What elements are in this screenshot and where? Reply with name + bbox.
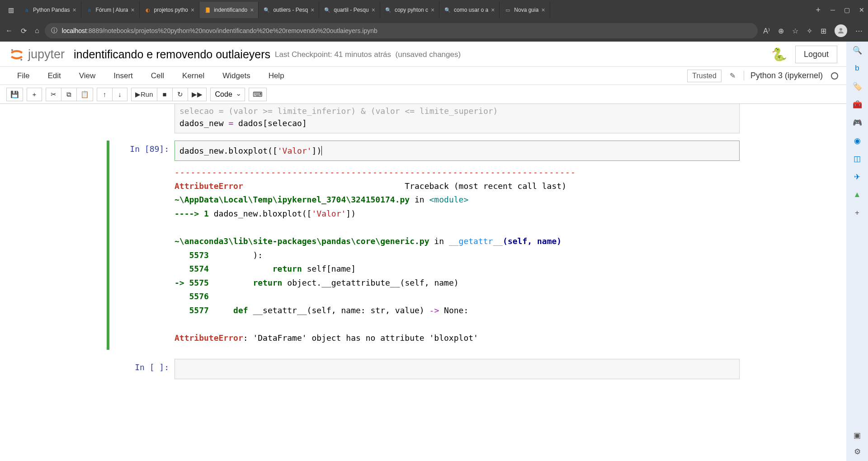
tab-close-icon[interactable]: ×: [372, 6, 375, 14]
office-icon[interactable]: ◫: [852, 154, 862, 164]
tab-close-icon[interactable]: ×: [191, 6, 194, 14]
notebook-name[interactable]: indentificando e removendo outlaieyers: [74, 48, 270, 61]
trusted-indicator[interactable]: Trusted: [687, 70, 722, 82]
more-menu-icon[interactable]: ⋯: [855, 27, 863, 35]
tab-close-icon[interactable]: ×: [131, 6, 134, 14]
tab-favicon-icon: 📙: [204, 6, 211, 14]
code-input[interactable]: dados_new.bloxplot(['Valor']): [175, 141, 740, 161]
add-cell-button[interactable]: +: [27, 88, 42, 101]
shopping-icon[interactable]: 🏷️: [852, 81, 862, 91]
menu-help[interactable]: Help: [259, 69, 293, 83]
browser-tab[interactable]: 🔍como usar o a×: [439, 2, 500, 18]
tab-close-icon[interactable]: ×: [431, 6, 434, 14]
save-button[interactable]: 💾: [6, 88, 23, 101]
edge-icon[interactable]: ◉: [852, 136, 862, 146]
restart-button[interactable]: ↻: [172, 88, 188, 101]
url-host: localhost: [62, 27, 87, 34]
address-bar[interactable]: ⓘ localhost:8889/notebooks/projetos%20py…: [45, 23, 758, 38]
browser-tab[interactable]: 🔍outliers - Pesq×: [259, 2, 319, 18]
tab-title: Python Pandas: [33, 7, 70, 13]
window-minimize[interactable]: ─: [830, 6, 835, 14]
favorite-icon[interactable]: ☆: [792, 27, 798, 35]
settings-icon[interactable]: ⚙: [852, 447, 862, 456]
menu-cell[interactable]: Cell: [142, 69, 173, 83]
drop-icon[interactable]: ▲: [852, 190, 862, 200]
browser-tab[interactable]: ▭Nova guia×: [500, 2, 550, 18]
outlook-icon[interactable]: ✈: [852, 172, 862, 182]
window-maximize[interactable]: ▢: [844, 6, 850, 14]
browser-tab[interactable]: 🔍copy pyhton c×: [380, 2, 439, 18]
jupyter-menubar: FileEditViewInsertCellKernelWidgetsHelp …: [0, 67, 846, 85]
browser-tab-strip: ▥ aPython Pandas×aFórum | Alura×◐projeto…: [0, 0, 868, 20]
jupyter-header: jupyter indentificando e removendo outla…: [0, 42, 846, 67]
add-sidebar-icon[interactable]: +: [852, 208, 862, 218]
tools-icon[interactable]: 🧰: [852, 99, 862, 109]
cell-prompt: In [89]:: [109, 141, 175, 350]
move-down-button[interactable]: ↓: [112, 88, 127, 101]
tab-actions-icon[interactable]: ▥: [4, 6, 19, 14]
browser-tab[interactable]: aPython Pandas×: [19, 2, 81, 18]
refresh-button[interactable]: ⟳: [21, 27, 27, 35]
cut-button[interactable]: ✂: [46, 88, 61, 101]
home-button[interactable]: ⌂: [35, 27, 39, 35]
tab-favicon-icon: 🔍: [263, 6, 270, 14]
code-input[interactable]: [175, 359, 740, 379]
browser-tab[interactable]: ◐projetos pytho×: [140, 2, 200, 18]
search-sidebar-icon[interactable]: 🔍: [852, 45, 862, 55]
read-aloud-icon[interactable]: A⁾: [763, 27, 770, 35]
tab-close-icon[interactable]: ×: [491, 6, 495, 14]
hide-sidebar-icon[interactable]: ▣: [852, 430, 862, 440]
menu-insert[interactable]: Insert: [104, 69, 142, 83]
tab-close-icon[interactable]: ×: [311, 6, 314, 14]
menu-file[interactable]: File: [8, 69, 38, 83]
bing-chat-icon[interactable]: b: [852, 63, 862, 73]
run-button[interactable]: ▶ Run: [131, 88, 157, 101]
command-palette-button[interactable]: ⌨: [249, 88, 267, 101]
menu-edit[interactable]: Edit: [38, 69, 70, 83]
edit-icon[interactable]: ✎: [726, 71, 739, 80]
browser-tab[interactable]: aFórum | Alura×: [81, 2, 140, 18]
browser-tab[interactable]: 📙indentificando×: [199, 2, 259, 18]
games-icon[interactable]: 🎮: [852, 118, 862, 127]
menu-widgets[interactable]: Widgets: [213, 69, 259, 83]
extensions-icon[interactable]: ⊞: [821, 27, 826, 35]
code-input[interactable]: selecao = (valor >= limite_inferior) & (…: [175, 104, 740, 133]
new-tab-button[interactable]: +: [811, 5, 826, 15]
cell-type-select[interactable]: Code: [210, 88, 245, 101]
restart-run-all-button[interactable]: ▶▶: [188, 88, 207, 101]
zoom-icon[interactable]: ⊕: [778, 27, 784, 35]
menu-kernel[interactable]: Kernel: [173, 69, 213, 83]
jupyter-logo[interactable]: jupyter: [9, 47, 65, 62]
tab-close-icon[interactable]: ×: [250, 6, 254, 14]
browser-toolbar: ← ⟳ ⌂ ⓘ localhost:8889/notebooks/projeto…: [0, 20, 868, 42]
browser-tab[interactable]: 🔍quartil - Pesqu×: [319, 2, 380, 18]
collections-icon[interactable]: ✧: [807, 27, 812, 35]
tab-favicon-icon: 🔍: [385, 6, 392, 14]
paste-button[interactable]: 📋: [76, 88, 93, 101]
code-cell-partial[interactable]: selecao = (valor >= limite_inferior) & (…: [107, 104, 740, 133]
window-close[interactable]: ✕: [859, 6, 864, 14]
copy-button[interactable]: ⧉: [61, 88, 76, 101]
profile-avatar[interactable]: [835, 24, 847, 37]
logout-button[interactable]: Logout: [795, 46, 837, 63]
tab-close-icon[interactable]: ×: [72, 6, 76, 14]
move-up-button[interactable]: ↑: [97, 88, 112, 101]
notebook-area[interactable]: selecao = (valor >= limite_inferior) & (…: [0, 104, 846, 461]
tab-title: projetos pytho: [154, 7, 188, 13]
menu-view[interactable]: View: [70, 69, 105, 83]
tab-title: Nova guia: [514, 7, 538, 13]
python-logo-icon: 🐍: [771, 47, 787, 62]
tab-favicon-icon: a: [86, 6, 93, 14]
site-info-icon[interactable]: ⓘ: [51, 27, 57, 35]
code-cell-selected[interactable]: In [89]: dados_new.bloxplot(['Valor']) -…: [107, 141, 740, 350]
tab-title: copy pyhton c: [395, 7, 428, 13]
back-button[interactable]: ←: [5, 27, 13, 35]
code-cell-empty[interactable]: In [ ]:: [107, 359, 740, 379]
interrupt-button[interactable]: ■: [157, 88, 172, 101]
tab-title: quartil - Pesqu: [334, 7, 368, 13]
tab-favicon-icon: a: [23, 6, 30, 14]
tab-close-icon[interactable]: ×: [541, 6, 545, 14]
kernel-name[interactable]: Python 3 (ipykernel): [744, 71, 823, 80]
page-content: jupyter indentificando e removendo outla…: [0, 42, 846, 461]
tab-favicon-icon: 🔍: [324, 6, 331, 14]
